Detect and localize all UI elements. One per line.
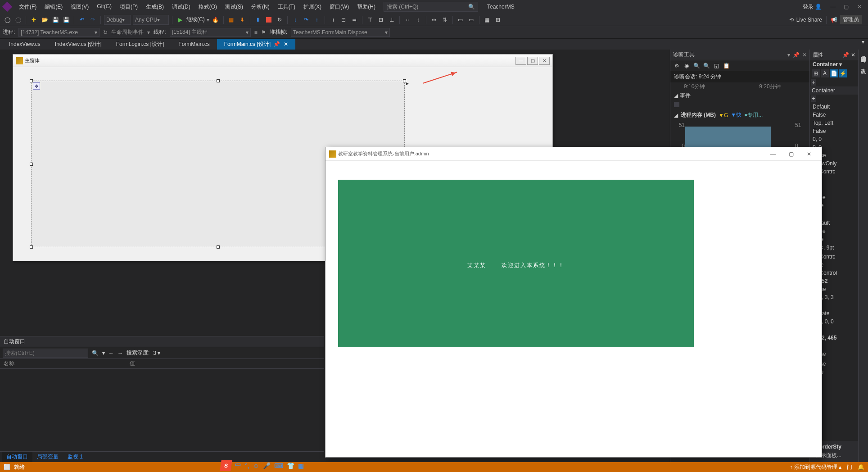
close-icon[interactable]: ✕ (802, 52, 807, 58)
threads-icon[interactable]: ≡ (254, 29, 258, 36)
gear-icon[interactable]: ⚙ (673, 63, 680, 69)
props-icon[interactable]: 📄 (830, 69, 838, 77)
new-item-icon[interactable]: ✚ (29, 15, 38, 24)
menu-format[interactable]: 格式(O) (195, 1, 221, 13)
ime-emoji-icon[interactable]: ☺ (253, 462, 259, 469)
align-left-icon[interactable]: ⫞ (328, 15, 337, 24)
tab-overflow-button[interactable]: ▾ (858, 39, 868, 50)
pin-icon[interactable]: 📌 (273, 41, 280, 47)
restart-icon[interactable]: ↻ (275, 15, 284, 24)
align-center-icon[interactable]: ⊟ (339, 15, 348, 24)
menu-extensions[interactable]: 扩展(X) (300, 1, 325, 13)
depth-combo[interactable]: 3 ▾ (153, 350, 171, 356)
move-handle-icon[interactable]: ✥ (33, 82, 40, 90)
browser-icon[interactable]: ▦ (227, 15, 236, 24)
tab-formmain-cs[interactable]: FormMain.cs (171, 39, 217, 50)
nav-prev-icon[interactable]: ← (108, 350, 114, 356)
debug-target-icon[interactable]: ⬇ (238, 15, 247, 24)
status-add-source[interactable]: ↑ 添加到源代码管理 ▴ (790, 463, 841, 471)
category-header[interactable]: Container (810, 86, 858, 95)
dropdown-icon[interactable]: ▾ (787, 52, 790, 58)
resize-handle[interactable] (217, 79, 220, 82)
platform-combo[interactable]: Any CPU ▾ (133, 15, 169, 25)
liveshare-button[interactable]: Live Share (796, 17, 822, 23)
ime-lang-button[interactable]: 中 (235, 462, 241, 470)
menu-view[interactable]: 视图(V) (67, 1, 92, 13)
same-width-icon[interactable]: ↔ (403, 15, 412, 24)
pin-icon[interactable]: 📌 (793, 52, 800, 58)
tab-indexview-cs[interactable]: IndexView.cs (2, 39, 48, 50)
send-back-icon[interactable]: ▭ (467, 15, 476, 24)
global-search-input[interactable]: 搜索 (Ctrl+Q) 🔍 (384, 2, 478, 12)
snapshot-icon[interactable]: 📋 (723, 63, 730, 69)
hot-reload-icon[interactable]: 🔥 (211, 15, 220, 24)
config-combo[interactable]: Debug ▾ (104, 15, 131, 25)
zoom-in-icon[interactable]: 🔍 (693, 63, 700, 69)
app-min-button[interactable]: — (764, 150, 782, 159)
record-icon[interactable]: ◉ (683, 63, 690, 69)
login-label[interactable]: 登录 👤 (803, 3, 822, 11)
align-middle-icon[interactable]: ⊟ (376, 15, 385, 24)
resize-handle[interactable] (403, 79, 406, 82)
resize-handle[interactable] (217, 245, 220, 249)
alpha-icon[interactable]: A (821, 69, 829, 77)
continue-label[interactable]: 继续(C) (186, 16, 205, 23)
nav-back-icon[interactable]: ◯ (3, 15, 12, 24)
memory-row[interactable]: ◢进程内存 (MB) ▼G ▼快 ●专用... (670, 110, 809, 120)
redo-icon[interactable]: ↷ (88, 15, 97, 24)
tab-indexview-design[interactable]: IndexView.cs [设计] (48, 39, 109, 50)
ime-skin-icon[interactable]: 👕 (287, 462, 294, 469)
tab-watch1[interactable]: 监视 1 (63, 452, 87, 462)
menu-project[interactable]: 项目(P) (116, 1, 141, 13)
prop-value[interactable]: 0, 0 (810, 135, 858, 143)
tab-locals[interactable]: 局部变量 (32, 452, 63, 462)
menu-tools[interactable]: 工具(T) (274, 1, 299, 13)
resize-handle[interactable] (30, 163, 33, 166)
menu-git[interactable]: Git(G) (93, 1, 115, 13)
undo-icon[interactable]: ↶ (77, 15, 86, 24)
app-titlebar[interactable]: 教研室教学资料管理系统-当前用户:admin — ▢ ✕ (326, 147, 822, 161)
nav-next-icon[interactable]: → (118, 350, 123, 356)
step-out-icon[interactable]: ↑ (312, 15, 321, 24)
ime-voice-icon[interactable]: 🎤 (263, 462, 271, 469)
autos-search-input[interactable] (3, 349, 88, 358)
close-icon[interactable]: ✕ (851, 52, 855, 58)
snap-icon[interactable]: ⊞ (493, 15, 502, 24)
step-over-icon[interactable]: ↷ (302, 15, 311, 24)
status-repo-icon[interactable]: 门 (847, 463, 852, 471)
ime-toolbox-icon[interactable]: ▦ (298, 462, 304, 469)
reset-zoom-icon[interactable]: ◱ (713, 63, 720, 69)
expand-icon[interactable]: + (811, 79, 816, 86)
pin-icon[interactable]: 📌 (842, 52, 849, 58)
selected-object[interactable]: Container ▾ (810, 60, 858, 68)
prop-value[interactable]: False (810, 111, 858, 119)
tab-autos[interactable]: 自动窗口 (2, 452, 32, 462)
step-into-icon[interactable]: ↓ (291, 15, 300, 24)
search-icon[interactable]: 🔍 (92, 350, 99, 356)
open-icon[interactable]: 📂 (40, 15, 49, 24)
process-combo[interactable]: [14732] TeacherMS.exe▾ (18, 28, 99, 37)
resize-handle[interactable] (30, 245, 33, 249)
events-icon[interactable]: ⚡ (839, 69, 847, 77)
feedback-icon[interactable]: 📢 (831, 17, 837, 23)
timeline[interactable]: 9:10分钟 9:20分钟 (670, 82, 809, 91)
categorized-icon[interactable]: ⊞ (812, 69, 820, 77)
save-all-icon[interactable]: 💾 (62, 15, 71, 24)
menu-analyze[interactable]: 分析(N) (248, 1, 273, 13)
resize-handle[interactable] (30, 79, 33, 82)
continue-icon[interactable]: ▶ (176, 15, 185, 24)
app-close-button[interactable]: ✕ (800, 150, 818, 159)
menu-file[interactable]: 文件(F) (15, 1, 40, 13)
minimize-button[interactable]: — (827, 4, 839, 10)
hspace-icon[interactable]: ⇹ (429, 15, 439, 24)
pause-icon[interactable]: ⏸ (253, 15, 262, 24)
flag-icon[interactable]: ⚑ (261, 29, 266, 36)
same-height-icon[interactable]: ↕ (414, 15, 423, 24)
menu-debug[interactable]: 调试(D) (168, 1, 194, 13)
app-max-button[interactable]: ▢ (782, 150, 800, 159)
grid-icon[interactable]: ▦ (483, 15, 492, 24)
menu-window[interactable]: 窗口(W) (326, 1, 353, 13)
status-bell-icon[interactable]: 🔔 (858, 464, 864, 470)
close-button[interactable]: ✕ (854, 4, 865, 10)
menu-test[interactable]: 测试(S) (222, 1, 247, 13)
